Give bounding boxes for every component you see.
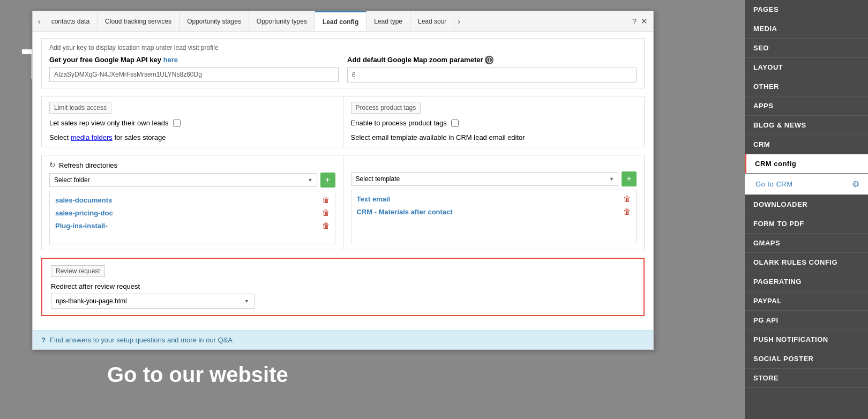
folder-item-2: sales-pricing-doc 🗑 xyxy=(50,206,335,219)
sidebar-item-pg-api[interactable]: PG API xyxy=(745,311,868,330)
dialog-content: Add your key to display location map und… xyxy=(33,32,653,330)
qa-icon: ? xyxy=(41,336,46,344)
add-folder-button[interactable]: + xyxy=(320,173,335,188)
tab-bar: ‹ contacts data Cloud tracking services … xyxy=(33,11,653,32)
sidebar-item-pagerating[interactable]: PAGERATING xyxy=(745,272,868,291)
map-api-col: Get your free Google Map API key here xyxy=(49,56,339,83)
folder-delete-1[interactable]: 🗑 xyxy=(322,196,330,204)
email-templates-section: Select template + Text email 🗑 xyxy=(343,155,645,250)
sidebar-item-media[interactable]: MEDIA xyxy=(745,19,868,39)
map-section: Add your key to display location map und… xyxy=(41,38,645,88)
dialog: ‹ contacts data Cloud tracking services … xyxy=(32,11,654,350)
template-list-inner: Text email 🗑 CRM - Materials after conta… xyxy=(351,190,637,220)
sidebar-item-apps[interactable]: APPS xyxy=(745,96,868,116)
folder-item-3: Plug-ins-install- 🗑 xyxy=(50,219,335,232)
refresh-label: Refresh directories xyxy=(59,161,117,169)
tab-next-button[interactable]: › xyxy=(454,11,463,31)
template-controls: Select template + xyxy=(351,171,637,186)
template-name-1: Text email xyxy=(357,195,391,203)
directories-row: ↻ Refresh directories Select folder + xyxy=(41,155,645,250)
process-tags-label: Enable to process product tags xyxy=(351,119,447,127)
template-delete-2[interactable]: 🗑 xyxy=(623,207,631,216)
folder-select-wrapper: Select folder xyxy=(49,173,317,187)
redirect-select[interactable]: nps-thank-you-page.html xyxy=(51,294,255,309)
limit-leads-title: Limit leads access xyxy=(49,102,111,114)
process-tags-section: Process product tags Enable to process p… xyxy=(343,96,645,147)
media-folders-link[interactable]: media folders xyxy=(71,133,113,141)
dir-controls: Select folder + xyxy=(49,173,335,188)
process-tags-checkbox-row: Enable to process product tags xyxy=(351,119,637,127)
review-section: Review request Redirect after review req… xyxy=(41,258,645,316)
media-folders-text: Select media folders for sales storage xyxy=(49,133,335,141)
process-tags-checkbox[interactable] xyxy=(451,119,459,127)
map-api-label: Get your free Google Map API key here xyxy=(49,56,339,64)
sidebar-item-blog[interactable]: BLOG & NEWS xyxy=(745,116,868,135)
folder-name-1: sales-documents xyxy=(55,196,112,204)
template-select[interactable]: Select template xyxy=(351,172,619,186)
close-button[interactable]: ✕ xyxy=(641,17,648,26)
tab-lead-type[interactable]: Lead type xyxy=(366,11,410,31)
map-api-link[interactable]: here xyxy=(163,56,178,64)
sidebar-item-layout[interactable]: LAYOUT xyxy=(745,58,868,77)
help-button[interactable]: ? xyxy=(632,17,637,26)
sidebar-item-gmaps[interactable]: GMAPS xyxy=(745,234,868,253)
tab-contacts-data[interactable]: contacts data xyxy=(44,11,98,31)
sidebar-item-store[interactable]: STORE xyxy=(745,369,868,388)
sidebar-item-pages[interactable]: PAGES xyxy=(745,0,868,19)
directories-header: ↻ Refresh directories xyxy=(49,161,335,169)
sidebar-item-olark[interactable]: OLARK RULES CONFIG xyxy=(745,253,868,272)
folder-delete-2[interactable]: 🗑 xyxy=(322,208,330,217)
limit-leads-section: Limit leads access Let sales rep view on… xyxy=(41,96,343,147)
limit-leads-checkbox[interactable] xyxy=(173,119,181,127)
folder-item-1: sales-documents 🗑 xyxy=(50,193,335,206)
qa-text: Find answers to your setup questions and… xyxy=(50,336,233,344)
sidebar-item-crm-config[interactable]: CRM config xyxy=(745,154,868,174)
info-icon[interactable]: ⓘ xyxy=(485,56,493,64)
tab-lead-config[interactable]: Lead config xyxy=(315,11,366,31)
tab-lead-source[interactable]: Lead sour xyxy=(410,11,454,31)
email-template-hint: Select email template available in CRM l… xyxy=(351,133,637,141)
template-item-1: Text email 🗑 xyxy=(351,192,637,205)
sidebar-item-paypal[interactable]: PAYPAL xyxy=(745,291,868,311)
background-text3: Go to our website xyxy=(107,363,288,387)
redirect-label: Redirect after review request xyxy=(51,282,635,290)
sidebar-item-form-to-pdf[interactable]: FORM TO PDF xyxy=(745,214,868,234)
folder-select[interactable]: Select folder xyxy=(49,173,317,187)
limit-leads-checkbox-row: Let sales rep view only their own leads xyxy=(49,119,335,127)
right-sidebar: PAGES MEDIA SEO LAYOUT OTHER APPS BLOG &… xyxy=(745,0,868,419)
template-select-wrapper: Select template xyxy=(351,172,619,186)
redirect-select-wrapper: nps-thank-you-page.html xyxy=(51,294,255,309)
sidebar-item-go-to-crm[interactable]: Go to CRM ⚙ xyxy=(745,174,868,195)
gear-icon: ⚙ xyxy=(852,179,860,189)
sidebar-item-push[interactable]: PUSH NOTIFICATION xyxy=(745,330,868,349)
map-row: Get your free Google Map API key here Ad… xyxy=(49,56,637,83)
folder-name-2: sales-pricing-doc xyxy=(55,209,113,217)
template-delete-1[interactable]: 🗑 xyxy=(623,194,631,203)
map-api-input[interactable] xyxy=(49,67,339,82)
review-title: Review request xyxy=(51,265,105,277)
tab-cloud-tracking[interactable]: Cloud tracking services xyxy=(98,11,179,31)
directories-section: ↻ Refresh directories Select folder + xyxy=(41,155,343,250)
map-zoom-col: Add default Google Map zoom parameter ⓘ xyxy=(347,56,637,83)
sidebar-item-other[interactable]: OTHER xyxy=(745,77,868,96)
add-template-button[interactable]: + xyxy=(622,171,637,186)
tab-opportunity-stages[interactable]: Opportunity stages xyxy=(179,11,249,31)
tab-opportunity-types[interactable]: Opportunity types xyxy=(249,11,315,31)
refresh-icon[interactable]: ↻ xyxy=(49,161,56,169)
folder-list: sales-documents 🗑 sales-pricing-doc 🗑 Pl… xyxy=(49,191,335,244)
template-list: Text email 🗑 CRM - Materials after conta… xyxy=(351,190,637,243)
sidebar-item-social-poster[interactable]: SOCIAL POSTER xyxy=(745,349,868,369)
tab-actions: ? ✕ xyxy=(632,17,651,26)
process-tags-title: Process product tags xyxy=(351,102,421,114)
tab-prev-button[interactable]: ‹ xyxy=(35,11,44,31)
qa-bar: ? Find answers to your setup questions a… xyxy=(33,330,653,349)
map-zoom-input[interactable] xyxy=(347,68,637,83)
folder-name-3: Plug-ins-install- xyxy=(55,222,108,230)
template-item-2: CRM - Materials after contact 🗑 xyxy=(351,205,637,218)
sidebar-item-downloader[interactable]: DOWNLOADER xyxy=(745,195,868,214)
limit-leads-label: Let sales rep view only their own leads xyxy=(49,119,169,127)
sidebar-item-crm[interactable]: CRM xyxy=(745,135,868,154)
folder-list-inner: sales-documents 🗑 sales-pricing-doc 🗑 Pl… xyxy=(50,191,335,234)
folder-delete-3[interactable]: 🗑 xyxy=(322,221,330,230)
sidebar-item-seo[interactable]: SEO xyxy=(745,39,868,58)
